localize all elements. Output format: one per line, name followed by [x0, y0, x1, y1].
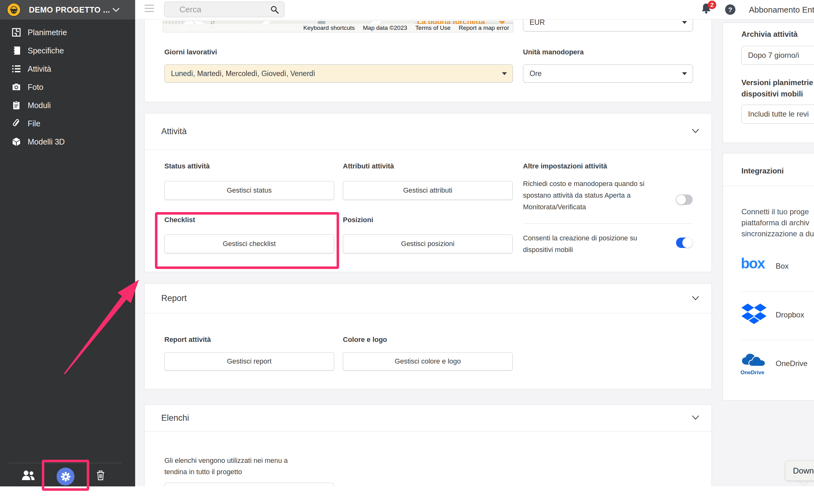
search-icon [270, 5, 279, 14]
positions-label: Posizioni [343, 216, 373, 224]
plan-versions-select[interactable]: Includi tutte le revi [741, 105, 814, 123]
help-button[interactable]: ? [725, 4, 735, 15]
plan-versions-value: Includi tutte le revi [748, 110, 809, 118]
other-settings-label: Altre impostazioni attività [523, 162, 607, 170]
sidebar-nav: Planimetrie Specifiche Attività Foto [0, 23, 135, 151]
cube-icon [12, 137, 26, 146]
labour-unit-label: Unità manodopera [523, 48, 584, 56]
lists-select-partial[interactable] [164, 483, 334, 486]
toggle-knob [676, 194, 686, 205]
section-divider [145, 150, 712, 150]
allow-position-toggle[interactable] [676, 238, 693, 248]
integration-divider [741, 292, 814, 292]
manage-positions-button[interactable]: Gestisci posizioni [343, 234, 513, 253]
lists-section-card: Elenchi Gli elenchi vengono utilizzati n… [144, 404, 712, 486]
manage-report-button[interactable]: Gestisci report [164, 352, 334, 370]
labour-unit-select[interactable]: Ore [523, 64, 693, 83]
archive-after-select[interactable]: Dopo 7 giorno/i [741, 46, 814, 65]
working-days-value: Lunedì, Martedì, Mercoledì, Giovedì, Ven… [171, 69, 315, 78]
members-button[interactable] [21, 470, 35, 482]
settings-button[interactable] [57, 468, 74, 485]
project-title: DEMO PROGETTO ... [29, 0, 110, 19]
status-label: Status attività [164, 162, 210, 170]
lists-description: Gli elenchi vengono utilizzati nei menu … [164, 455, 303, 478]
download-label: Downlo [793, 466, 814, 476]
onedrive-logo-text: OneDrive [740, 370, 764, 376]
sidebar-item-label: Moduli [28, 101, 51, 110]
sidebar-item-attivita[interactable]: Attività [0, 60, 135, 78]
notifications-button[interactable]: 2 [701, 2, 720, 18]
archive-title: Archivia attività [741, 29, 798, 40]
integrations-text-line: piattaforma di archiv [741, 217, 809, 228]
sidebar-item-moduli[interactable]: Moduli [0, 96, 135, 114]
plan-versions-title: Versioni planimetrie dispositivi mobili [741, 77, 814, 100]
map-report-error-link[interactable]: Report a map error [459, 25, 509, 31]
project-details-card: ezz. La buona forchetta Keyboard shortcu… [144, 19, 712, 102]
sidebar-item-label: Planimetrie [28, 28, 67, 37]
box-logo: box [741, 257, 765, 270]
color-logo-label: Colore e logo [343, 336, 387, 344]
manage-color-logo-button[interactable]: Gestisci colore e logo [343, 352, 513, 370]
sidebar-item-foto[interactable]: Foto [0, 78, 135, 96]
map-attribution-bar: Keyboard shortcuts Map data ©2023 Terms … [163, 24, 513, 32]
sidebar-item-label: Attività [28, 64, 51, 74]
map-data-label: Map data ©2023 [363, 25, 407, 31]
project-switcher[interactable]: DEMO PROGETTO ... [0, 0, 135, 19]
delete-button[interactable] [96, 470, 105, 482]
people-icon [21, 470, 35, 481]
sidebar-item-label: File [28, 119, 40, 128]
subscription-link[interactable]: Abbonamento Ent [749, 0, 814, 19]
activities-section-card: Attività Status attività Gestisci status… [144, 113, 712, 272]
download-button[interactable]: Downlo [785, 461, 814, 481]
require-cost-text: Richiedi costo e manodopera quando si sp… [523, 178, 664, 213]
section-title: Attività [161, 113, 187, 150]
sidebar-item-modelli-3d[interactable]: Modelli 3D [0, 133, 135, 151]
sidebar-item-specifiche[interactable]: Specifiche [0, 41, 135, 60]
manage-attributes-button[interactable]: Gestisci attributi [343, 181, 513, 200]
integration-label: Dropbox [776, 310, 804, 319]
map-terms-link[interactable]: Terms of Use [415, 25, 451, 31]
dropbox-logo-icon [741, 304, 767, 325]
page: DEMO PROGETTO ... Planimetrie Specifiche [0, 0, 814, 504]
archive-settings-card: Archivia attività Dopo 7 giorno/i Versio… [723, 23, 814, 143]
attributes-label: Attributi attività [343, 162, 394, 170]
trash-icon [96, 470, 105, 481]
report-section-card: Report Report attività Gestisci report C… [144, 283, 712, 389]
project-map[interactable]: ezz. La buona forchetta Keyboard shortcu… [163, 21, 513, 32]
integrations-card: Integrazioni Connetti il tuo proge piatt… [723, 153, 814, 401]
integration-label: OneDrive [776, 359, 807, 368]
sidebar-item-label: Specifiche [28, 46, 64, 55]
notification-badge: 2 [708, 1, 716, 9]
sidebar-item-planimetrie[interactable]: Planimetrie [0, 23, 135, 41]
collapse-chevron-icon[interactable] [691, 295, 700, 302]
gear-icon [61, 472, 71, 482]
sidebar: DEMO PROGETTO ... Planimetrie Specifiche [0, 0, 135, 486]
checklist-label: Checklist [164, 216, 195, 224]
toggle-knob [682, 238, 693, 248]
section-divider [145, 431, 712, 431]
require-cost-toggle[interactable] [676, 194, 693, 205]
manage-status-button[interactable]: Gestisci status [164, 181, 334, 200]
project-chevron-down-icon [112, 6, 120, 14]
search-input[interactable]: Cerca [164, 2, 284, 17]
manage-checklist-button[interactable]: Gestisci checklist [164, 234, 334, 253]
section-title: Elenchi [161, 405, 189, 431]
sidebar-item-label: Modelli 3D [28, 137, 65, 146]
collapse-chevron-icon[interactable] [691, 128, 700, 135]
search-placeholder: Cerca [179, 5, 201, 14]
onedrive-logo-icon [740, 352, 768, 368]
sidebar-item-label: Foto [28, 83, 43, 92]
caret-down-icon [682, 72, 687, 75]
integrations-divider [723, 186, 814, 186]
working-days-label: Giorni lavorativi [164, 48, 217, 56]
menu-toggle-button[interactable] [145, 5, 154, 14]
archive-after-value: Dopo 7 giorno/i [748, 51, 799, 60]
spec-book-icon [12, 46, 26, 55]
working-days-select[interactable]: Lunedì, Martedì, Mercoledì, Giovedì, Ven… [164, 64, 513, 83]
sidebar-item-file[interactable]: File [0, 114, 135, 133]
integration-label: Box [776, 262, 789, 271]
integrations-text-line: Connetti il tuo proge [741, 206, 809, 217]
collapse-chevron-icon[interactable] [691, 414, 700, 421]
map-keyboard-shortcuts-link[interactable]: Keyboard shortcuts [303, 25, 355, 31]
integration-divider [741, 340, 814, 340]
